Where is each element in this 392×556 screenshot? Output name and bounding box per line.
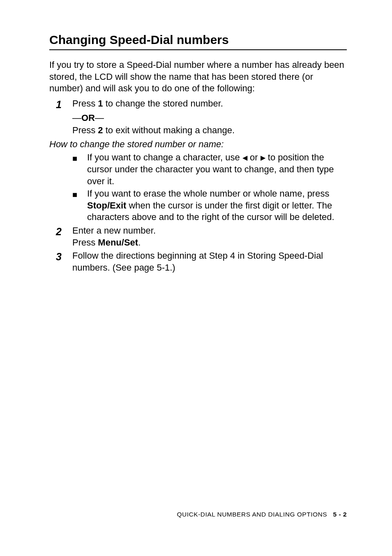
step2-line2-post: . <box>138 237 141 248</box>
press-2-line: Press 2 to exit without making a change. <box>72 124 347 137</box>
step-1-post: to change the stored number. <box>103 98 223 109</box>
bullet-2-marker: ■ <box>72 188 87 223</box>
bullet-1-body: If you want to change a character, use ◀… <box>87 152 347 187</box>
step2-line2: Press Menu/Set. <box>72 237 347 249</box>
step-3-body: Follow the directions beginning at Step … <box>72 250 347 273</box>
step-1-body: Press 1 to change the stored number. <box>72 98 347 111</box>
or-dash2: — <box>95 113 104 123</box>
step-2: 2 Enter a new number. Press Menu/Set. <box>49 225 347 248</box>
right-arrow-icon: ▶ <box>261 154 265 161</box>
press2-post: to exit without making a change. <box>103 125 235 135</box>
step-1-pre: Press <box>72 98 98 109</box>
press2-key: 2 <box>98 125 103 135</box>
left-arrow-icon: ◀ <box>242 154 247 161</box>
bullet-2: ■ If you want to erase the whole number … <box>49 188 347 223</box>
bullet-2-body: If you want to erase the whole number or… <box>87 188 347 223</box>
or-bold: OR <box>81 113 95 123</box>
step-3: 3 Follow the directions beginning at Ste… <box>49 250 347 273</box>
step2-line2-bold: Menu/Set <box>98 237 138 248</box>
intro-text: If you try to store a Speed-Dial number … <box>49 59 347 95</box>
footer-section-label: QUICK-DIAL NUMBERS AND DIALING OPTIONS <box>177 511 327 518</box>
step2-line1: Enter a new number. <box>72 225 347 237</box>
or-dash1: — <box>72 113 81 123</box>
page-heading: Changing Speed-Dial numbers <box>49 33 347 50</box>
bullet1-pre: If you want to change a character, use <box>87 152 242 162</box>
step2-line2-pre: Press <box>72 237 98 248</box>
step-2-body: Enter a new number. Press Menu/Set. <box>72 225 347 248</box>
bullet1-mid: or <box>247 152 261 162</box>
step-2-number: 2 <box>49 225 72 248</box>
bullet2-bold: Stop/Exit <box>87 200 126 211</box>
step-3-number: 3 <box>49 250 72 273</box>
howto-label: How to change the stored number or name: <box>49 138 347 151</box>
step-1-number: 1 <box>49 98 72 111</box>
bullet-1-marker: ■ <box>72 152 87 187</box>
page-footer: QUICK-DIAL NUMBERS AND DIALING OPTIONS 5… <box>177 511 347 518</box>
step-1-key: 1 <box>98 98 103 109</box>
or-line: —OR— <box>72 112 347 124</box>
bullet2-pre: If you want to erase the whole number or… <box>87 188 329 199</box>
step-1: 1 Press 1 to change the stored number. <box>49 98 347 111</box>
footer-page-number: 5 - 2 <box>333 511 347 518</box>
bullet-1: ■ If you want to change a character, use… <box>49 152 347 187</box>
press2-pre: Press <box>72 125 98 135</box>
